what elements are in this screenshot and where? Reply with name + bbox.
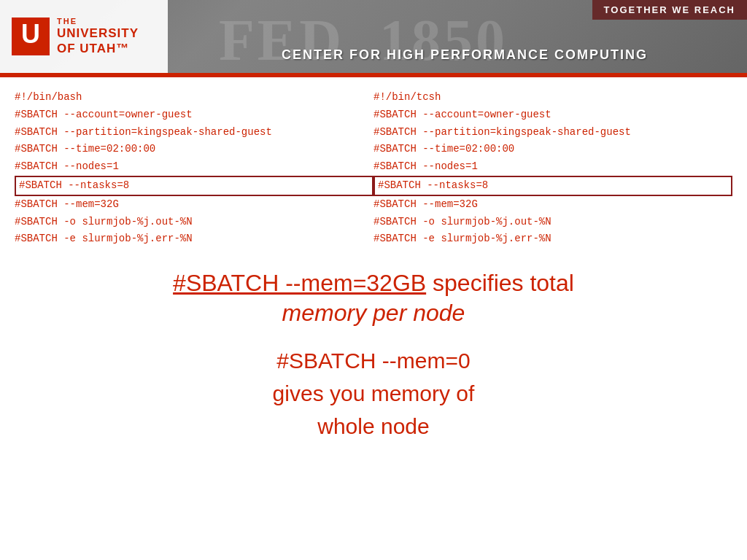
center-title: CENTER FOR HIGH PERFORMANCE COMPUTING — [182, 47, 747, 63]
logo-university: UNIVERSITY — [57, 26, 139, 41]
logo-of-utah: OF UTAH™ — [57, 42, 139, 56]
right-code-line: #!/bin/tcsh — [374, 89, 732, 106]
university-name: THE UNIVERSITY OF UTAH™ — [57, 17, 139, 56]
left-code-line: #SBATCH -e slurmjob-%j.err-%N — [15, 230, 374, 248]
left-code-line: #SBATCH --time=02:00:00 — [15, 141, 374, 158]
logo-the: THE — [57, 17, 139, 26]
logo-area: U THE UNIVERSITY OF UTAH™ — [0, 0, 168, 73]
left-code-line: #SBATCH -o slurmjob-%j.out-%N — [15, 214, 374, 231]
right-code-line: #SBATCH --account=owner-guest — [374, 106, 732, 124]
left-code-line: #SBATCH --mem=32G — [15, 196, 374, 214]
right-code-line: #SBATCH --mem=32G — [374, 196, 732, 214]
right-code-line: #SBATCH -e slurmjob-%j.err-%N — [374, 230, 732, 248]
main-content: #!/bin/bash#SBATCH --account=owner-guest… — [0, 77, 747, 560]
explanation-line2: memory per node — [15, 300, 732, 327]
tagline-text: TOGETHER WE REACH — [604, 4, 735, 15]
explanation-line1: #SBATCH --mem=32GB specifies total — [15, 270, 732, 297]
right-code-line: #SBATCH --ntasks=8 — [374, 176, 732, 196]
specifies-text: specifies total — [426, 270, 574, 296]
left-code-line: #SBATCH --partition=kingspeak-shared-gue… — [15, 124, 374, 141]
svg-text:U: U — [21, 19, 40, 49]
whole-node-line: whole node — [15, 410, 732, 443]
gives-memory-line: gives you memory of — [15, 377, 732, 410]
university-logo-icon: U — [12, 18, 50, 55]
right-code-line: #SBATCH --nodes=1 — [374, 158, 732, 176]
tagline-bar: TOGETHER WE REACH — [592, 0, 747, 20]
right-code-column: #!/bin/tcsh#SBATCH --account=owner-guest… — [374, 89, 732, 248]
mem-command-underlined: #SBATCH --mem=32GB — [173, 270, 426, 296]
right-code-line: #SBATCH --time=02:00:00 — [374, 141, 732, 158]
code-columns: #!/bin/bash#SBATCH --account=owner-guest… — [15, 89, 732, 248]
memory-per-node-text: memory per node — [282, 300, 465, 326]
left-code-line: #!/bin/bash — [15, 89, 374, 106]
explanation-block2: #SBATCH --mem=0 gives you memory of whol… — [15, 344, 732, 443]
right-code-line: #SBATCH --partition=kingspeak-shared-gue… — [374, 124, 732, 141]
left-code-column: #!/bin/bash#SBATCH --account=owner-guest… — [15, 89, 374, 248]
left-code-line: #SBATCH --nodes=1 — [15, 158, 374, 176]
mem-zero-line: #SBATCH --mem=0 — [15, 344, 732, 377]
header-watermark: FED 1850 — [219, 7, 508, 73]
right-code-line: #SBATCH -o slurmjob-%j.out-%N — [374, 214, 732, 231]
left-code-line: #SBATCH --ntasks=8 — [15, 176, 374, 196]
left-code-line: #SBATCH --account=owner-guest — [15, 106, 374, 124]
explanation-section: #SBATCH --mem=32GB specifies total memor… — [15, 270, 732, 443]
header: FED 1850 TOGETHER WE REACH U THE UNIVERS… — [0, 0, 747, 73]
